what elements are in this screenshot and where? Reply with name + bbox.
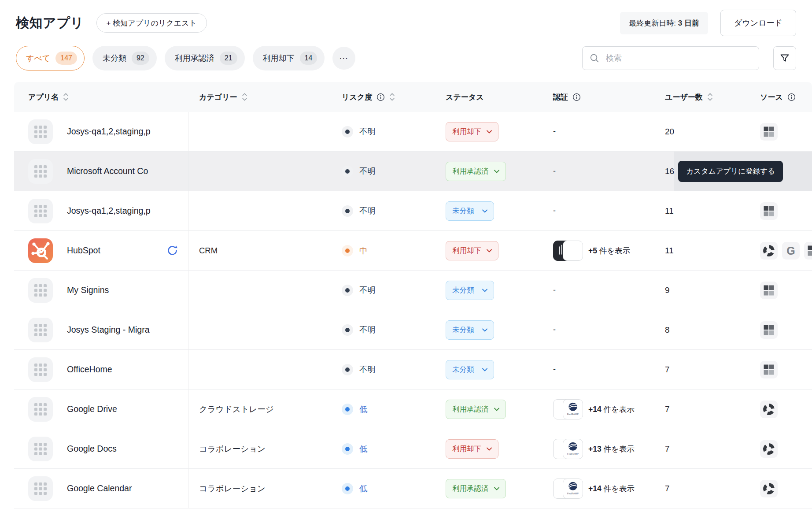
register-custom-app-tooltip: カスタムアプリに登録する	[678, 161, 783, 182]
sort-icon[interactable]	[63, 92, 69, 102]
risk-cell: 中	[331, 231, 435, 270]
status-dropdown[interactable]: 利用承認済	[446, 162, 506, 181]
sort-icon[interactable]	[707, 92, 713, 102]
auth-cell: -	[543, 350, 654, 389]
apps-grid-icon	[28, 397, 53, 422]
risk-dot-icon	[342, 126, 353, 137]
risk-label: 低	[359, 483, 368, 494]
risk-dot-icon	[342, 245, 353, 256]
info-icon[interactable]	[376, 93, 385, 101]
table-row[interactable]: My Signins不明未分類-9	[14, 271, 812, 310]
risk-label: 低	[359, 443, 368, 454]
status-cell: 利用却下	[435, 429, 543, 468]
risk-cell: 不明	[331, 310, 435, 349]
table-row[interactable]: Google Driveクラウドストレージ低利用承認済FedRAMP+14 件を…	[14, 390, 812, 429]
column-header-5[interactable]: ユーザー数	[654, 82, 749, 112]
info-icon[interactable]	[572, 93, 581, 101]
status-dropdown[interactable]: 未分類	[446, 360, 494, 379]
filter-row: すべて147未分類92利用承認済21利用却下14 ⋯	[0, 36, 812, 70]
svg-text:FedRAMP: FedRAMP	[567, 412, 579, 415]
filter-chip-label: 利用承認済	[175, 53, 214, 63]
table-row[interactable]: Microsoft Account Co不明利用承認済-16カスタムアプリに登録…	[14, 152, 812, 191]
status-cell: 未分類	[435, 350, 543, 389]
risk-cell: 低	[331, 469, 435, 508]
user-count-cell: 9	[654, 271, 749, 310]
status-dropdown[interactable]: 未分類	[446, 201, 494, 221]
filter-chip-3[interactable]: 利用却下14	[253, 46, 325, 70]
risk-dot-icon	[342, 364, 353, 375]
category-value: コラボレーション	[199, 483, 266, 494]
category-cell	[188, 152, 331, 191]
page-title: 検知アプリ	[16, 14, 84, 32]
app-name: Josys-qa1,2,staging,p	[67, 206, 178, 216]
app-name-cell: Josys Staging - Migra	[14, 310, 188, 349]
sort-icon[interactable]	[389, 92, 395, 102]
table-row[interactable]: Josys-qa1,2,staging,p不明利用却下-20	[14, 112, 812, 152]
sort-icon[interactable]	[242, 92, 247, 102]
status-dropdown[interactable]: 未分類	[446, 281, 494, 300]
risk-dot-icon	[342, 166, 353, 177]
status-dropdown[interactable]: 利用却下	[446, 439, 498, 459]
category-cell: クラウドストレージ	[188, 390, 331, 429]
app-name: Google Drive	[67, 404, 178, 414]
filter-chip-2[interactable]: 利用承認済21	[165, 46, 245, 70]
status-dropdown[interactable]: 利用承認済	[446, 400, 506, 419]
status-cell: 利用承認済	[435, 469, 543, 508]
user-count: 7	[665, 444, 670, 454]
filter-chip-1[interactable]: 未分類92	[92, 46, 157, 70]
source-cell	[749, 429, 812, 468]
more-filters-button[interactable]: ⋯	[332, 47, 355, 70]
auth-show-more-link[interactable]: +14 件を表示	[588, 483, 635, 494]
status-dropdown[interactable]: 未分類	[446, 320, 494, 340]
auth-cell: FedRAMP+13 件を表示	[543, 429, 654, 468]
column-header-0[interactable]: アプリ名	[14, 82, 188, 112]
column-label: ソース	[760, 92, 783, 102]
risk-dot-icon	[342, 285, 353, 296]
table-row[interactable]: OfficeHome不明未分類-7	[14, 350, 812, 390]
status-dropdown[interactable]: 利用却下	[446, 241, 498, 260]
app-name-cell: Microsoft Account Co	[14, 152, 188, 191]
apps-grid-icon	[28, 357, 53, 382]
category-value: CRM	[199, 246, 218, 256]
status-dropdown[interactable]: 利用承認済	[446, 479, 506, 498]
column-header-6[interactable]: ソース	[749, 82, 812, 112]
risk-cell: 低	[331, 390, 435, 429]
auth-show-more-link[interactable]: +13 件を表示	[588, 444, 635, 454]
category-cell: コラボレーション	[188, 469, 331, 508]
download-button[interactable]: ダウンロード	[720, 10, 796, 36]
auth-show-more-link[interactable]: +5 件を表示	[588, 245, 630, 256]
table-row[interactable]: Josys Staging - Migra不明未分類-8	[14, 310, 812, 350]
table-row[interactable]: Google Calendarコラボレーション低利用承認済FedRAMP+14 …	[14, 469, 812, 508]
column-header-3[interactable]: ステータス	[435, 82, 543, 112]
column-header-4[interactable]: 認証	[543, 82, 654, 112]
status-label: 利用却下	[452, 246, 481, 256]
app-name-cell: Google Calendar	[14, 469, 188, 508]
table-row[interactable]: Josys-qa1,2,staging,p不明未分類-11	[14, 191, 812, 231]
source-cell	[749, 350, 812, 389]
filter-chip-0[interactable]: すべて147	[16, 46, 85, 70]
user-count-cell: 11	[654, 191, 749, 230]
last-updated-value: 3 日前	[678, 19, 699, 27]
status-cell: 利用却下	[435, 231, 543, 270]
search-input[interactable]	[605, 53, 752, 63]
info-icon[interactable]	[787, 93, 796, 101]
filter-button[interactable]	[773, 46, 796, 70]
auth-cell: +5 件を表示	[543, 231, 654, 270]
funnel-icon	[779, 53, 790, 63]
auth-show-more-link[interactable]: +14 件を表示	[588, 404, 635, 415]
risk-cell: 低	[331, 429, 435, 468]
fedramp-icon: FedRAMP	[563, 439, 583, 459]
column-header-1[interactable]: カテゴリー	[188, 82, 331, 112]
status-filter-chips: すべて147未分類92利用承認済21利用却下14	[16, 46, 325, 70]
apps-grid-icon	[28, 278, 53, 303]
request-app-button[interactable]: + 検知アプリのリクエスト	[96, 13, 207, 33]
user-count-cell: 20	[654, 112, 749, 151]
column-header-2[interactable]: リスク度	[331, 82, 435, 112]
user-count: 9	[665, 286, 670, 295]
filter-chip-count: 21	[220, 52, 237, 65]
status-dropdown[interactable]: 利用却下	[446, 122, 498, 141]
table-row[interactable]: Google Docsコラボレーション低利用却下FedRAMP+13 件を表示7	[14, 429, 812, 469]
app-name: Microsoft Account Co	[67, 166, 178, 176]
app-name: HubSpot	[67, 245, 152, 256]
table-row[interactable]: HubSpotCRM中利用却下+5 件を表示11G	[14, 231, 812, 271]
